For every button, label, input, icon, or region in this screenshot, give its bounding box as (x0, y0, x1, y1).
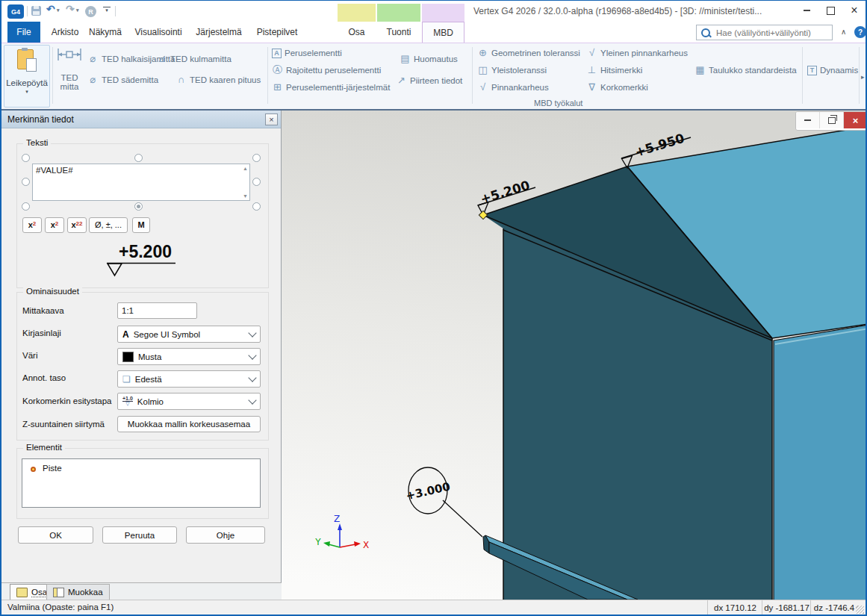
vari-select[interactable]: Musta (117, 348, 261, 365)
group-separator (267, 47, 268, 104)
mittakaava-input[interactable] (118, 303, 196, 318)
status-dy: dy -1681.17 (762, 600, 811, 615)
model-right-wall[interactable] (774, 325, 867, 600)
mdi-minimize-button[interactable] (796, 112, 819, 128)
dynaamis-button[interactable]: T Dynaamis (807, 64, 858, 76)
ted-kaaren-pituus-button[interactable]: ∩ TED kaaren pituus (175, 74, 261, 86)
elevation-symbol-icon: +1.0 ▽ (122, 396, 133, 406)
clipboard-button[interactable]: Leikepöytä ▾ (4, 45, 50, 108)
item-label: Piirteen tiedot (410, 76, 462, 85)
mdi-close-button[interactable]: × (843, 112, 867, 128)
model-viewport[interactable]: +5.950 +5.200 +3.000 Z (282, 111, 867, 600)
muokkaa-korkeusasemaa-button[interactable]: Muokkaa mallin korkeusasemaa (117, 416, 261, 432)
ted-mitta-button[interactable]: TED mitta (54, 45, 85, 105)
anchor-radio-bottom-right[interactable] (252, 202, 261, 211)
item-label: Yleinen pinnankarheus (600, 49, 688, 57)
annotation-text-input[interactable]: #VALUE# (33, 164, 249, 200)
redo-caret-icon[interactable]: ▾ (76, 7, 79, 13)
undo-caret-icon[interactable]: ▾ (57, 7, 60, 13)
symbols-button[interactable]: Ø, ±, ... (89, 217, 128, 233)
dynamic-icon: T (807, 66, 817, 75)
vari-label: Väri (22, 351, 37, 360)
annot-taso-select[interactable]: ❏ Edestä (117, 370, 261, 388)
tab-visualisointi[interactable]: Visualisointi (130, 22, 187, 43)
elements-list[interactable]: Piste (22, 458, 261, 508)
mdi-restore-button[interactable] (819, 112, 843, 128)
super-subscript-button[interactable]: x22 (67, 217, 87, 233)
close-button[interactable]: × (844, 2, 865, 19)
r-button[interactable]: R (85, 6, 96, 17)
app-logo-icon[interactable]: G4 (7, 4, 24, 19)
resize-grip[interactable] (856, 606, 864, 614)
kirjasinlaji-select[interactable]: A Segoe UI Symbol (117, 326, 261, 343)
rajoitettu-peruselementti-button[interactable]: Ⓐ Rajoitettu peruselementti (272, 64, 381, 76)
group-separator (472, 47, 473, 104)
dialog-title-bar[interactable]: Merkinnän tiedot × (1, 111, 281, 128)
taulukko-standardeista-button[interactable]: ▦ Taulukko standardeista (694, 64, 797, 76)
help-icon[interactable]: ? (854, 26, 866, 38)
dimension-icon (57, 48, 82, 61)
peruselementti-button[interactable]: A Peruselementti (272, 47, 342, 59)
peruselementti-jarjestelmat-button[interactable]: ⊞ Peruselementti-järjestelmät (272, 81, 390, 93)
ribbon-collapse-icon[interactable]: ∧ (841, 28, 846, 36)
cancel-button[interactable]: Peruuta (102, 526, 177, 544)
scroll-up-icon[interactable]: ▲ (243, 166, 248, 171)
chevron-down-icon (248, 373, 256, 382)
m-button[interactable]: M (132, 217, 150, 233)
ok-button[interactable]: OK (18, 526, 93, 544)
ted-sademitta-button[interactable]: ⌀ TED sädemitta (87, 74, 158, 86)
list-item[interactable]: Piste (43, 464, 62, 473)
anchor-radio-top-center[interactable] (134, 154, 143, 162)
yleistoleranssi-button[interactable]: ◫ Yleistoleranssi (477, 64, 547, 76)
piirteen-tiedot-button[interactable]: ↗ Piirteen tiedot (396, 75, 462, 87)
panel-tab-muokkaa[interactable]: Muokkaa (46, 584, 110, 600)
table-icon: ▦ (694, 65, 706, 75)
tab-file[interactable]: File (7, 22, 40, 43)
pinnankarheus-button[interactable]: √ Pinnankarheus (477, 81, 549, 93)
anchor-radio-mid-left[interactable] (22, 178, 30, 186)
tab-pistepilvet[interactable]: Pistepilvet (252, 22, 302, 43)
anchor-radio-mid-right[interactable] (252, 178, 261, 186)
tab-mbd[interactable]: MBD (422, 22, 464, 43)
redo-button[interactable]: ↷ (66, 3, 75, 15)
tab-osa[interactable]: Osa (338, 22, 376, 43)
weld-symbol-icon: ⊥ (586, 65, 597, 75)
hitsimerkki-button[interactable]: ⊥ Hitsimerkki (586, 64, 642, 76)
korkomerkki-button[interactable]: ∇ Korkomerkki (586, 81, 648, 93)
anchor-radio-bottom-left[interactable] (22, 202, 30, 211)
undo-button[interactable]: ↶ (46, 3, 55, 15)
tab-arkisto[interactable]: Arkisto (46, 22, 84, 43)
save-icon[interactable] (31, 6, 41, 16)
geometrinen-toleranssi-button[interactable]: ⊕ Geometrinen toleranssi (477, 47, 580, 59)
item-label: TED sädemitta (102, 75, 158, 84)
surface-roughness-icon: √ (477, 82, 488, 93)
tab-nakyma[interactable]: Näkymä (86, 22, 125, 43)
anchor-radio-bottom-center[interactable] (134, 202, 143, 211)
tab-tuonti[interactable]: Tuonti (377, 22, 420, 43)
yleinen-pinnankarheus-button[interactable]: √ Yleinen pinnankarheus (586, 47, 688, 59)
ominaisuudet-caption: Ominaisuudet (23, 287, 82, 296)
subscript-button[interactable]: x2 (45, 217, 64, 233)
ribbon-overflow-arrow-icon[interactable]: ▸ (861, 73, 865, 81)
superscript-button[interactable]: x2 (22, 217, 42, 233)
annot-taso-value: Edestä (135, 375, 162, 384)
huomautus-button[interactable]: ▤ Huomautus (400, 53, 458, 65)
korkomerkin-esitystapa-select[interactable]: +1.0 ▽ Kolmio (117, 393, 261, 410)
help-button[interactable]: Ohje (186, 526, 265, 544)
search-input[interactable] (715, 28, 827, 38)
toolbar-overflow-icon[interactable]: ▾ (103, 7, 111, 13)
tab-jarjestelma[interactable]: Järjestelmä (192, 22, 246, 43)
ted-kulmamitta-button[interactable]: ⊿ TED kulmamitta (156, 53, 231, 65)
minimize-button[interactable] (796, 2, 817, 19)
point-icon (31, 467, 36, 472)
dialog-close-button[interactable]: × (265, 113, 278, 125)
anchor-radio-top-right[interactable] (252, 154, 261, 162)
clipboard-label: Leikepöytä (4, 78, 49, 87)
y-axis-label: Y (314, 537, 321, 547)
contextual-accent-mbd (422, 4, 464, 22)
scroll-down-icon[interactable]: ▼ (243, 193, 248, 199)
search-box[interactable] (696, 25, 833, 40)
mittakaava-label: Mittakaava (22, 306, 64, 315)
maximize-button[interactable] (820, 2, 841, 19)
anchor-radio-top-left[interactable] (22, 154, 30, 162)
